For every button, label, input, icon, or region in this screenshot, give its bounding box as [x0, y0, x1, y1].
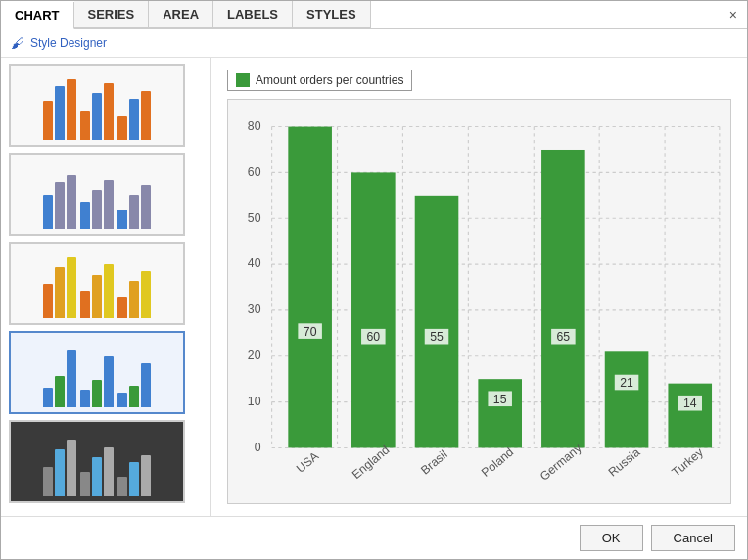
svg-text:55: 55 [430, 330, 444, 344]
svg-text:10: 10 [248, 395, 261, 408]
main-content: Amount orders per countries [1, 58, 747, 516]
chart-legend-area: Amount orders per countries [227, 70, 731, 91]
svg-text:20: 20 [248, 349, 261, 362]
dialog-footer: OK Cancel [1, 516, 747, 559]
svg-text:USA: USA [294, 448, 322, 475]
legend-color-swatch [236, 73, 250, 87]
left-panel [1, 58, 211, 516]
bar-brasil [415, 196, 459, 448]
tab-labels[interactable]: LABELS [213, 1, 293, 28]
svg-text:70: 70 [304, 325, 317, 339]
svg-text:0: 0 [255, 441, 261, 454]
tab-area[interactable]: AREA [149, 1, 213, 28]
tab-chart[interactable]: CHART [1, 2, 74, 29]
right-panel: Amount orders per countries [211, 58, 747, 516]
svg-text:Brasil: Brasil [418, 447, 449, 477]
svg-text:30: 30 [248, 303, 261, 316]
chart-thumb-3[interactable] [9, 242, 185, 325]
svg-text:60: 60 [367, 330, 381, 344]
svg-text:80: 80 [248, 119, 261, 133]
chart-thumb-1[interactable] [9, 64, 185, 147]
bar-turkey [668, 384, 712, 448]
style-designer-label[interactable]: Style Designer [30, 36, 107, 50]
svg-text:60: 60 [248, 165, 261, 179]
svg-text:14: 14 [683, 397, 697, 410]
svg-text:21: 21 [620, 376, 633, 390]
ok-button[interactable]: OK [580, 525, 643, 551]
style-designer-bar: 🖌 Style Designer [1, 29, 747, 58]
svg-text:Russia: Russia [606, 445, 643, 480]
tab-series[interactable]: SERIES [74, 1, 150, 28]
svg-text:50: 50 [248, 211, 261, 225]
dialog-window: CHART SERIES AREA LABELS STYLES × 🖌 Styl… [0, 0, 748, 560]
bar-poland [478, 379, 522, 447]
svg-text:15: 15 [493, 393, 507, 406]
svg-text:Poland: Poland [479, 444, 516, 479]
svg-text:65: 65 [557, 330, 571, 344]
svg-text:Turkey: Turkey [670, 444, 707, 479]
bar-germany [541, 150, 585, 447]
bar-chart-svg: 0 10 20 30 40 50 60 80 70 70 [228, 100, 730, 503]
chart-area: 0 10 20 30 40 50 60 80 70 70 [227, 99, 731, 504]
close-button[interactable]: × [720, 3, 747, 26]
bar-russia [605, 351, 649, 447]
bar-england [351, 172, 396, 447]
legend-label: Amount orders per countries [256, 73, 403, 87]
chart-thumb-5[interactable] [9, 420, 185, 503]
chart-thumb-4[interactable] [9, 331, 185, 414]
tab-styles[interactable]: STYLES [293, 1, 371, 28]
title-bar: CHART SERIES AREA LABELS STYLES × [1, 1, 747, 29]
thumbnail-scroll-area [1, 58, 210, 516]
svg-text:40: 40 [248, 257, 261, 270]
bar-usa [288, 127, 332, 448]
cancel-button[interactable]: Cancel [651, 525, 735, 551]
paint-icon: 🖌 [11, 35, 24, 51]
legend-box: Amount orders per countries [227, 70, 412, 91]
chart-thumb-2[interactable] [9, 153, 185, 236]
svg-text:England: England [350, 443, 393, 482]
